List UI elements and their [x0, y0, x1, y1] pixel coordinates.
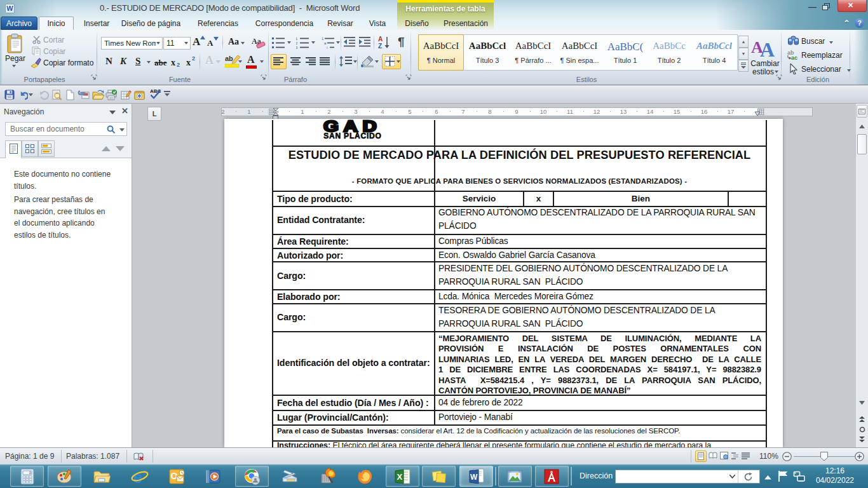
svg-text:Z: Z [378, 43, 382, 50]
svg-text:2: 2 [296, 41, 298, 45]
svg-text:a: a [324, 41, 327, 45]
svg-text:ac: ac [791, 55, 797, 60]
svg-text:e: e [133, 468, 142, 485]
svg-text:A: A [378, 36, 383, 43]
svg-text:A: A [760, 38, 775, 58]
svg-text:W: W [470, 473, 478, 482]
svg-text:1: 1 [296, 37, 298, 41]
svg-text:3: 3 [296, 46, 298, 50]
svg-text:X: X [397, 472, 403, 482]
svg-text:ab: ab [225, 55, 233, 62]
svg-text:i: i [327, 46, 327, 50]
svg-text:1: 1 [322, 37, 324, 41]
svg-text:0: 0 [29, 471, 31, 475]
